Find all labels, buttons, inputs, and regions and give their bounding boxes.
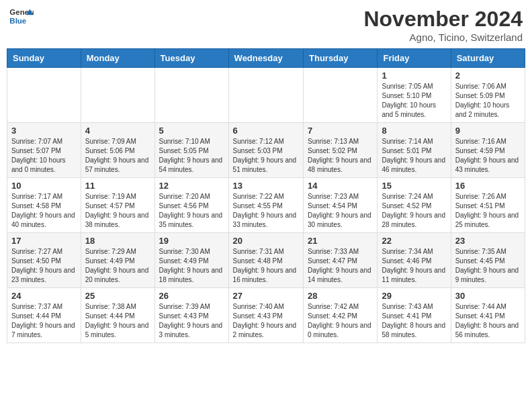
day-info: Sunrise: 7:44 AM Sunset: 4:41 PM Dayligh…	[455, 302, 521, 340]
calendar-cell: 14Sunrise: 7:23 AM Sunset: 4:54 PM Dayli…	[304, 178, 378, 233]
day-number: 4	[85, 126, 150, 136]
weekday-saturday: Saturday	[451, 49, 525, 68]
day-info: Sunrise: 7:24 AM Sunset: 4:52 PM Dayligh…	[382, 192, 446, 230]
day-info: Sunrise: 7:10 AM Sunset: 5:05 PM Dayligh…	[159, 137, 224, 175]
calendar-week-1: 1Sunrise: 7:05 AM Sunset: 5:10 PM Daylig…	[7, 68, 525, 123]
day-number: 18	[85, 236, 150, 246]
day-number: 25	[85, 291, 150, 301]
weekday-sunday: Sunday	[7, 49, 81, 68]
day-info: Sunrise: 7:35 AM Sunset: 4:45 PM Dayligh…	[455, 247, 521, 285]
calendar-cell: 6Sunrise: 7:12 AM Sunset: 5:03 PM Daylig…	[228, 123, 303, 178]
day-info: Sunrise: 7:23 AM Sunset: 4:54 PM Dayligh…	[308, 192, 373, 230]
calendar-cell: 8Sunrise: 7:14 AM Sunset: 5:01 PM Daylig…	[378, 123, 451, 178]
day-info: Sunrise: 7:43 AM Sunset: 4:41 PM Dayligh…	[382, 302, 446, 340]
day-info: Sunrise: 7:39 AM Sunset: 4:43 PM Dayligh…	[159, 302, 224, 340]
day-number: 15	[382, 181, 446, 191]
day-number: 17	[11, 236, 77, 246]
calendar-cell: 30Sunrise: 7:44 AM Sunset: 4:41 PM Dayli…	[451, 288, 525, 343]
calendar-cell	[7, 68, 81, 123]
day-info: Sunrise: 7:38 AM Sunset: 4:44 PM Dayligh…	[85, 302, 150, 340]
day-info: Sunrise: 7:42 AM Sunset: 4:42 PM Dayligh…	[308, 302, 373, 340]
day-number: 6	[233, 126, 299, 136]
weekday-monday: Monday	[81, 49, 154, 68]
calendar-cell: 27Sunrise: 7:40 AM Sunset: 4:43 PM Dayli…	[228, 288, 303, 343]
calendar-week-2: 3Sunrise: 7:07 AM Sunset: 5:07 PM Daylig…	[7, 123, 525, 178]
calendar-cell: 9Sunrise: 7:16 AM Sunset: 4:59 PM Daylig…	[451, 123, 525, 178]
day-number: 27	[233, 291, 299, 301]
day-info: Sunrise: 7:22 AM Sunset: 4:55 PM Dayligh…	[233, 192, 299, 230]
day-info: Sunrise: 7:30 AM Sunset: 4:49 PM Dayligh…	[159, 247, 224, 285]
calendar-week-5: 24Sunrise: 7:37 AM Sunset: 4:44 PM Dayli…	[7, 288, 525, 343]
day-number: 19	[159, 236, 224, 246]
calendar-cell: 29Sunrise: 7:43 AM Sunset: 4:41 PM Dayli…	[378, 288, 451, 343]
calendar-cell: 21Sunrise: 7:33 AM Sunset: 4:47 PM Dayli…	[304, 233, 378, 288]
day-info: Sunrise: 7:16 AM Sunset: 4:59 PM Dayligh…	[455, 137, 521, 175]
calendar-week-3: 10Sunrise: 7:17 AM Sunset: 4:58 PM Dayli…	[7, 178, 525, 233]
calendar-cell: 13Sunrise: 7:22 AM Sunset: 4:55 PM Dayli…	[228, 178, 303, 233]
calendar-cell: 25Sunrise: 7:38 AM Sunset: 4:44 PM Dayli…	[81, 288, 154, 343]
day-info: Sunrise: 7:26 AM Sunset: 4:51 PM Dayligh…	[455, 192, 521, 230]
calendar-cell: 24Sunrise: 7:37 AM Sunset: 4:44 PM Dayli…	[7, 288, 81, 343]
day-number: 3	[11, 126, 77, 136]
page-header: General Blue November 2024 Agno, Ticino,…	[7, 7, 525, 43]
calendar-cell: 22Sunrise: 7:34 AM Sunset: 4:46 PM Dayli…	[378, 233, 451, 288]
day-number: 11	[85, 181, 150, 191]
calendar-cell: 12Sunrise: 7:20 AM Sunset: 4:56 PM Dayli…	[154, 178, 228, 233]
day-number: 23	[455, 236, 521, 246]
day-info: Sunrise: 7:40 AM Sunset: 4:43 PM Dayligh…	[233, 302, 299, 340]
calendar-cell	[228, 68, 303, 123]
weekday-thursday: Thursday	[304, 49, 378, 68]
calendar-cell: 5Sunrise: 7:10 AM Sunset: 5:05 PM Daylig…	[154, 123, 228, 178]
calendar-week-4: 17Sunrise: 7:27 AM Sunset: 4:50 PM Dayli…	[7, 233, 525, 288]
day-info: Sunrise: 7:33 AM Sunset: 4:47 PM Dayligh…	[308, 247, 373, 285]
weekday-friday: Friday	[378, 49, 451, 68]
logo: General Blue	[9, 7, 34, 27]
calendar-table: SundayMondayTuesdayWednesdayThursdayFrid…	[7, 48, 525, 343]
calendar-cell: 18Sunrise: 7:29 AM Sunset: 4:49 PM Dayli…	[81, 233, 154, 288]
day-info: Sunrise: 7:29 AM Sunset: 4:49 PM Dayligh…	[85, 247, 150, 285]
day-info: Sunrise: 7:34 AM Sunset: 4:46 PM Dayligh…	[382, 247, 446, 285]
day-number: 14	[308, 181, 373, 191]
day-number: 13	[233, 181, 299, 191]
day-number: 21	[308, 236, 373, 246]
calendar-cell: 7Sunrise: 7:13 AM Sunset: 5:02 PM Daylig…	[304, 123, 378, 178]
calendar-cell: 11Sunrise: 7:19 AM Sunset: 4:57 PM Dayli…	[81, 178, 154, 233]
day-number: 29	[382, 291, 446, 301]
calendar-cell: 17Sunrise: 7:27 AM Sunset: 4:50 PM Dayli…	[7, 233, 81, 288]
title-section: November 2024 Agno, Ticino, Switzerland	[363, 7, 523, 43]
svg-text:Blue: Blue	[9, 17, 26, 25]
day-number: 22	[382, 236, 446, 246]
calendar-cell	[304, 68, 378, 123]
calendar-cell: 28Sunrise: 7:42 AM Sunset: 4:42 PM Dayli…	[304, 288, 378, 343]
calendar-cell: 4Sunrise: 7:09 AM Sunset: 5:06 PM Daylig…	[81, 123, 154, 178]
day-number: 9	[455, 126, 521, 136]
day-number: 10	[11, 181, 77, 191]
calendar-cell: 16Sunrise: 7:26 AM Sunset: 4:51 PM Dayli…	[451, 178, 525, 233]
day-number: 8	[382, 126, 446, 136]
day-info: Sunrise: 7:31 AM Sunset: 4:48 PM Dayligh…	[233, 247, 299, 285]
day-number: 16	[455, 181, 521, 191]
calendar-cell: 1Sunrise: 7:05 AM Sunset: 5:10 PM Daylig…	[378, 68, 451, 123]
day-number: 12	[159, 181, 224, 191]
day-info: Sunrise: 7:19 AM Sunset: 4:57 PM Dayligh…	[85, 192, 150, 230]
logo-icon: General Blue	[9, 7, 34, 27]
day-number: 20	[233, 236, 299, 246]
day-number: 24	[11, 291, 77, 301]
calendar-cell: 23Sunrise: 7:35 AM Sunset: 4:45 PM Dayli…	[451, 233, 525, 288]
calendar-cell: 15Sunrise: 7:24 AM Sunset: 4:52 PM Dayli…	[378, 178, 451, 233]
day-number: 30	[455, 291, 521, 301]
calendar-cell	[154, 68, 228, 123]
day-info: Sunrise: 7:07 AM Sunset: 5:07 PM Dayligh…	[11, 137, 77, 175]
calendar-cell	[81, 68, 154, 123]
location-title: Agno, Ticino, Switzerland	[363, 32, 523, 43]
calendar-cell: 19Sunrise: 7:30 AM Sunset: 4:49 PM Dayli…	[154, 233, 228, 288]
day-number: 1	[382, 71, 446, 81]
day-info: Sunrise: 7:09 AM Sunset: 5:06 PM Dayligh…	[85, 137, 150, 175]
calendar-cell: 3Sunrise: 7:07 AM Sunset: 5:07 PM Daylig…	[7, 123, 81, 178]
day-number: 26	[159, 291, 224, 301]
day-number: 7	[308, 126, 373, 136]
day-number: 28	[308, 291, 373, 301]
month-title: November 2024	[363, 7, 523, 32]
day-info: Sunrise: 7:06 AM Sunset: 5:09 PM Dayligh…	[455, 82, 521, 120]
weekday-header-row: SundayMondayTuesdayWednesdayThursdayFrid…	[7, 49, 525, 68]
